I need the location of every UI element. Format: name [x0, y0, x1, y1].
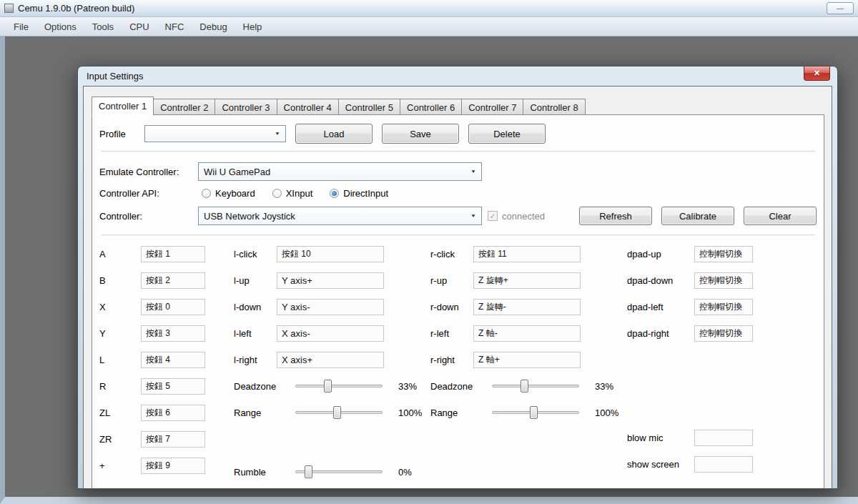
field-l-left[interactable]: X axis-: [277, 325, 384, 342]
field-r[interactable]: 按鈕 5: [141, 378, 205, 395]
radio-directinput[interactable]: DirectInput: [330, 188, 388, 199]
menu-file[interactable]: File: [6, 21, 36, 32]
connected-checkbox[interactable]: ✓: [488, 211, 498, 221]
tab-controller-2[interactable]: Controller 2: [153, 99, 215, 115]
tab-controller-5[interactable]: Controller 5: [338, 99, 400, 115]
field-l-up[interactable]: Y axis+: [277, 272, 384, 289]
dialog-titlebar[interactable]: Input Settings ✕: [78, 66, 837, 86]
field-l[interactable]: 按鈕 4: [141, 352, 205, 368]
field-l-click[interactable]: 按鈕 10: [277, 246, 384, 262]
input-settings-dialog: Input Settings ✕ Controller 1 Controller…: [77, 66, 838, 489]
slider-thumb[interactable]: [305, 465, 312, 478]
right-deadzone-slider[interactable]: [492, 379, 579, 393]
field-zl[interactable]: 按鈕 6: [141, 405, 205, 421]
slider-track: [492, 385, 579, 387]
field-x[interactable]: 按鈕 0: [141, 299, 205, 315]
menu-cpu[interactable]: CPU: [122, 21, 157, 32]
field-r-down[interactable]: Z 旋轉-: [473, 299, 581, 315]
field-dpad-right[interactable]: 控制帽切換: [694, 325, 753, 342]
blow-mic-label: blow mic: [627, 433, 694, 443]
radio-keyboard[interactable]: Keyboard: [202, 188, 255, 199]
calibrate-button[interactable]: Calibrate: [661, 207, 734, 225]
field-plus[interactable]: 按鈕 9: [141, 458, 205, 474]
mapping-row-r-right: r-right Z 軸+: [430, 351, 628, 368]
mapping-row-plus: + 按鈕 9: [99, 457, 205, 474]
field-l-down[interactable]: Y axis-: [277, 299, 384, 315]
chevron-down-icon: ▼: [470, 213, 476, 218]
right-range-label: Range: [430, 407, 492, 418]
close-icon[interactable]: ✕: [804, 66, 830, 81]
tab-controller-4[interactable]: Controller 4: [277, 99, 339, 115]
radio-directinput-label: DirectInput: [343, 188, 388, 199]
field-r-click[interactable]: 按鈕 11: [473, 246, 581, 262]
left-stick-column: l-click 按鈕 10 l-up Y axis+ l-down Y axis…: [234, 245, 431, 489]
left-deadzone-value: 33%: [398, 381, 431, 392]
slider-thumb[interactable]: [521, 380, 528, 392]
tab-controller-1[interactable]: Controller 1: [92, 97, 154, 116]
delete-button[interactable]: Delete: [468, 124, 546, 144]
refresh-button[interactable]: Refresh: [579, 207, 652, 225]
mapping-row-l-click: l-click 按鈕 10: [234, 245, 431, 262]
slider-thumb[interactable]: [530, 406, 538, 419]
right-range-slider[interactable]: [492, 405, 579, 420]
left-deadzone-slider[interactable]: [295, 379, 383, 393]
left-range-label: Range: [234, 407, 295, 418]
label-b: B: [99, 275, 141, 286]
field-dpad-up[interactable]: 控制帽切換: [694, 246, 753, 262]
field-b[interactable]: 按鈕 2: [141, 272, 205, 289]
profile-combobox[interactable]: ▼: [144, 125, 286, 142]
field-a[interactable]: 按鈕 1: [141, 246, 205, 262]
field-r-left[interactable]: Z 軸-: [473, 325, 581, 342]
tab-controller-7[interactable]: Controller 7: [461, 99, 523, 115]
label-a: A: [99, 249, 141, 260]
left-deadzone-label: Deadzone: [234, 381, 295, 392]
radio-xinput[interactable]: XInput: [272, 188, 313, 199]
clear-button[interactable]: Clear: [744, 207, 817, 225]
label-l-click: l-click: [234, 249, 277, 260]
menu-nfc[interactable]: NFC: [157, 21, 192, 32]
left-range-slider[interactable]: [295, 405, 383, 420]
label-l-left: l-left: [234, 328, 277, 339]
window-titlebar[interactable]: Cemu 1.9.0b (Patreon build) —: [0, 0, 858, 17]
field-zr[interactable]: 按鈕 7: [141, 431, 205, 448]
radio-circle: [272, 189, 282, 198]
minimize-button[interactable]: —: [827, 2, 854, 14]
separator: [101, 234, 815, 235]
menu-debug[interactable]: Debug: [192, 21, 235, 32]
mapping-row-l-left: l-left X axis-: [234, 325, 431, 342]
field-dpad-left[interactable]: 控制帽切換: [694, 299, 753, 315]
field-r-right[interactable]: Z 軸+: [473, 352, 581, 368]
profile-row: Profile ▼ Load Save Delete: [99, 124, 817, 144]
tab-controller-6[interactable]: Controller 6: [400, 99, 462, 115]
dialog-title: Input Settings: [87, 71, 144, 81]
field-l-right[interactable]: X axis+: [277, 352, 384, 368]
show-screen-field[interactable]: [694, 456, 753, 473]
menu-tools[interactable]: Tools: [84, 21, 122, 32]
menu-options[interactable]: Options: [36, 21, 84, 32]
load-button[interactable]: Load: [295, 124, 373, 144]
mapping-row-r-up: r-up Z 旋轉+: [430, 272, 628, 289]
menu-help[interactable]: Help: [235, 21, 270, 32]
tab-controller-3[interactable]: Controller 3: [214, 99, 277, 115]
mapping-row-dpad-right: dpad-right 控制帽切換: [627, 325, 753, 342]
field-y[interactable]: 按鈕 3: [141, 325, 205, 342]
label-dpad-left: dpad-left: [627, 302, 694, 312]
emulate-controller-combobox[interactable]: Wii U GamePad ▼: [198, 162, 482, 181]
slider-track: [295, 385, 383, 387]
field-r-up[interactable]: Z 旋轉+: [473, 272, 581, 289]
menubar: File Options Tools CPU NFC Debug Help: [0, 17, 858, 36]
window-controls: —: [827, 2, 854, 14]
blow-mic-field[interactable]: [694, 430, 753, 446]
label-r-up: r-up: [430, 275, 473, 286]
save-button[interactable]: Save: [382, 124, 459, 144]
slider-thumb[interactable]: [333, 406, 341, 419]
tab-controller-8[interactable]: Controller 8: [523, 99, 585, 115]
label-l: L: [99, 355, 141, 365]
label-x: X: [99, 302, 141, 312]
slider-thumb[interactable]: [324, 380, 332, 392]
field-dpad-down[interactable]: 控制帽切換: [694, 272, 753, 289]
controller-combobox[interactable]: USB Network Joystick ▼: [198, 207, 482, 225]
rumble-slider[interactable]: [295, 465, 383, 479]
label-dpad-down: dpad-down: [627, 275, 694, 286]
controller-value: USB Network Joystick: [204, 211, 295, 222]
